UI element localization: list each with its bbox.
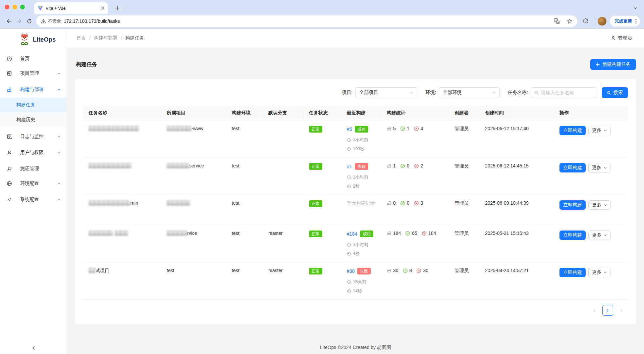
user-menu[interactable]: 管理员 (611, 35, 632, 41)
creator: 管理员 (454, 200, 469, 206)
creator: 管理员 (454, 126, 469, 131)
task-name-input-wrap (531, 87, 596, 98)
table-row: 试项目 test test master 正常 #30 失败 (83, 262, 628, 300)
redacted-project-name (167, 200, 190, 206)
stat-total: 30 (393, 268, 398, 273)
next-page-button[interactable] (616, 305, 627, 316)
env-filter-select[interactable]: 全部环境 (439, 87, 500, 98)
stat-failed: 0 (421, 200, 423, 206)
sidebar-item-system[interactable]: 系统配置 (0, 193, 67, 206)
tab-search-chevron-icon[interactable] (631, 3, 640, 13)
sidebar-item-credentials[interactable]: 凭证管理 (0, 162, 67, 175)
branch-value: master (268, 268, 283, 273)
env-value: test (232, 163, 239, 168)
search-button[interactable]: 搜索 (602, 87, 628, 98)
profile-avatar[interactable] (598, 17, 606, 26)
logo-text: LiteOps (33, 36, 56, 43)
created-at: 2025-05-21 15:15:43 (485, 231, 529, 236)
more-button[interactable]: 更多 (588, 268, 611, 277)
sidebar-item-logs[interactable]: 日志与监控 (0, 130, 67, 143)
plus-icon (596, 62, 600, 66)
update-label: 完成更新 (614, 18, 632, 24)
redacted-task-name (89, 126, 139, 131)
more-button[interactable]: 更多 (588, 163, 611, 172)
app-logo[interactable]: LiteOps (19, 33, 67, 46)
browser-tab[interactable]: Vite + Vue (34, 2, 108, 14)
build-deploy-icon (7, 87, 12, 92)
redacted-task-name (89, 163, 131, 168)
sidebar-item-build-history[interactable]: 构建历史 (0, 112, 67, 127)
build-duration: 14秒 (353, 288, 362, 294)
security-chip[interactable]: 不安全 (41, 18, 61, 24)
back-button[interactable] (4, 16, 14, 26)
prev-page-button[interactable] (589, 305, 600, 316)
chevron-down-icon (57, 151, 61, 154)
breadcrumb-section[interactable]: 构建与部署 (94, 35, 117, 41)
table-row: service test 正常 #1 失败 (83, 158, 628, 195)
sidebar-item-home[interactable]: 首页 (0, 52, 67, 65)
duration-timer-icon (347, 289, 351, 293)
table-row: lmin test 正常 暂无构建记录 0 0 0 (83, 195, 628, 225)
pagination: 1 (83, 305, 628, 316)
tab-close-icon[interactable] (101, 6, 104, 10)
status-badge: 正常 (309, 200, 322, 207)
col-build-stats: 构建统计 (381, 106, 449, 120)
build-tasks-table: 任务名称 所属项目 构建环境 默认分支 任务状态 最近构建 构建统计 创建者 创… (83, 106, 628, 300)
status-badge: 正常 (309, 268, 322, 274)
build-now-button[interactable]: 立即构建 (559, 200, 586, 210)
more-button[interactable]: 更多 (588, 126, 611, 135)
url-text[interactable]: 172.17.103.173/build/tasks (64, 18, 549, 24)
build-now-button[interactable]: 立即构建 (559, 268, 586, 277)
more-button[interactable]: 更多 (588, 231, 611, 240)
sidebar-collapse-button[interactable] (0, 346, 67, 350)
build-now-button[interactable]: 立即构建 (559, 163, 586, 172)
url-bar[interactable]: 不安全 172.17.103.173/build/tasks 文 A (36, 15, 577, 27)
build-now-button[interactable]: 立即构建 (559, 126, 586, 135)
extensions-puzzle-icon[interactable] (581, 16, 591, 26)
build-now-button[interactable]: 立即构建 (559, 231, 586, 240)
creator: 管理员 (454, 268, 469, 273)
sidebar-item-env[interactable]: 环境配置 (0, 177, 67, 190)
stat-failed: 2 (421, 163, 423, 168)
dashboard-icon (7, 56, 12, 61)
tab-title: Vite + Vue (46, 6, 98, 11)
build-number-link[interactable]: #5 (347, 127, 352, 132)
chevron-down-icon (604, 203, 607, 207)
build-number-link[interactable]: #184 (347, 231, 357, 237)
chevron-down-icon (57, 182, 61, 185)
created-at: 2025-06-09 10:44:39 (485, 200, 529, 206)
build-count-icon (387, 163, 391, 168)
chrome-update-button[interactable]: 完成更新 (610, 16, 640, 27)
window-controls (5, 5, 25, 9)
minimize-window-button[interactable] (12, 5, 17, 9)
bookmark-star-icon[interactable] (565, 16, 575, 26)
forward-button[interactable] (14, 16, 24, 26)
sidebar-item-build-deploy[interactable]: 构建与部署 (0, 83, 67, 96)
kebab-menu-icon[interactable] (635, 18, 637, 24)
new-tab-button[interactable] (113, 3, 122, 13)
breadcrumb-home[interactable]: 首页 (76, 35, 86, 41)
build-count-icon (387, 201, 391, 205)
build-number-link[interactable]: #30 (347, 268, 355, 274)
build-number-link[interactable]: #1 (347, 164, 352, 169)
more-button[interactable]: 更多 (588, 200, 611, 210)
sidebar-item-users[interactable]: 用户与权限 (0, 146, 67, 159)
sidebar-item-project[interactable]: 项目管理 (0, 67, 67, 80)
build-duration: 193秒 (353, 146, 365, 152)
stat-total: 184 (393, 231, 401, 236)
sidebar-item-build-tasks[interactable]: 构建任务 (0, 98, 67, 112)
task-name-input[interactable] (541, 90, 592, 95)
close-window-button[interactable] (5, 5, 9, 9)
reload-button[interactable] (24, 16, 34, 26)
build-time-ago: 1小时前 (353, 242, 368, 248)
page-number-1[interactable]: 1 (602, 305, 613, 316)
maximize-window-button[interactable] (20, 5, 25, 9)
new-build-task-button[interactable]: 新建构建任务 (590, 59, 636, 70)
table-header-row: 任务名称 所属项目 构建环境 默认分支 任务状态 最近构建 构建统计 创建者 创… (83, 106, 628, 120)
username: 管理员 (618, 35, 632, 41)
translate-icon[interactable]: 文 A (552, 16, 562, 26)
chevron-down-icon (604, 271, 607, 274)
project-filter-select[interactable]: 全部项目 (355, 87, 417, 98)
project-value: test (167, 268, 174, 273)
build-time-ago: 15天前 (353, 279, 366, 285)
